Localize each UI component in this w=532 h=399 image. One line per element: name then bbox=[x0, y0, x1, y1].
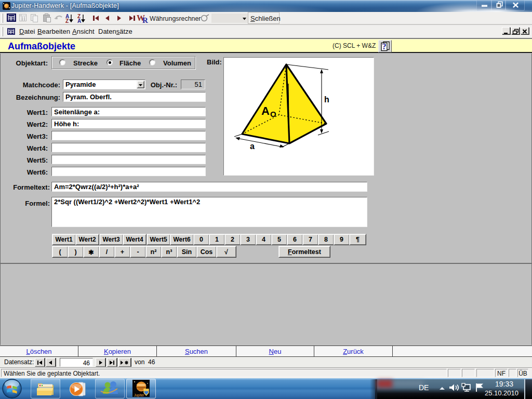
svg-text:A: A bbox=[77, 18, 81, 24]
svg-text:a: a bbox=[250, 142, 255, 151]
svg-text:?: ? bbox=[382, 42, 387, 51]
svg-text:Jupiter: Jupiter bbox=[134, 393, 144, 397]
svg-text:h: h bbox=[324, 95, 329, 104]
svg-text:O: O bbox=[270, 110, 276, 118]
svg-text:R: R bbox=[142, 16, 148, 24]
svg-text:Z: Z bbox=[65, 18, 69, 24]
svg-text:A: A bbox=[261, 104, 270, 117]
